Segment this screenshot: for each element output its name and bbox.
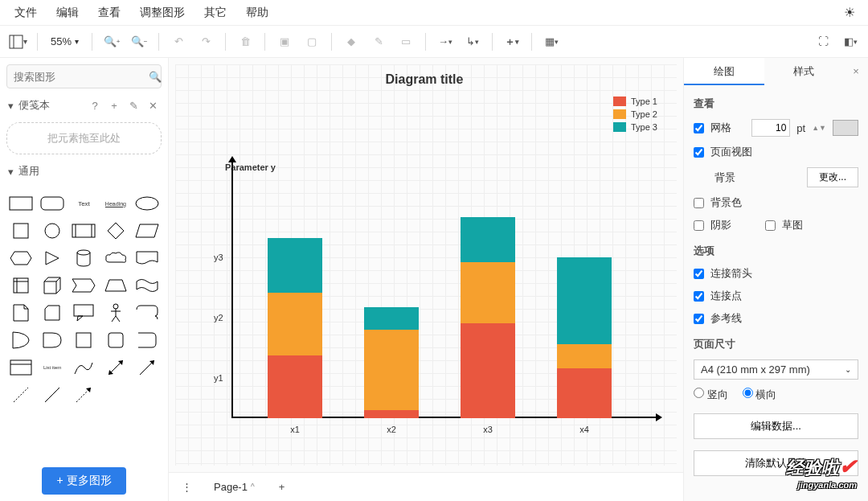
shape-list[interactable] <box>6 355 35 380</box>
to-back-icon[interactable]: ▢ <box>301 31 323 53</box>
tab-style[interactable]: 样式 <box>764 58 845 85</box>
shape-hexagon[interactable] <box>6 246 35 270</box>
shape-data-store[interactable] <box>70 328 98 352</box>
menu-edit[interactable]: 编辑 <box>48 2 87 23</box>
shape-step[interactable] <box>70 273 98 298</box>
panel-close-icon[interactable]: × <box>844 58 868 85</box>
shape-curly[interactable] <box>133 301 162 325</box>
shadow-checkbox[interactable] <box>694 220 704 231</box>
shape-heading[interactable]: Heading <box>101 191 129 216</box>
shape-internal-storage[interactable] <box>6 273 35 298</box>
shape-container[interactable] <box>101 328 129 352</box>
shape-process[interactable] <box>70 219 98 243</box>
shape-bidir-arrow[interactable] <box>101 355 129 380</box>
shape-note[interactable] <box>6 301 35 325</box>
shape-cloud[interactable] <box>101 246 129 270</box>
bar-x4[interactable]: x4 <box>557 257 612 418</box>
tab-diagram[interactable]: 绘图 <box>684 58 764 85</box>
bar-x3[interactable]: x3 <box>461 217 515 418</box>
page-tab-1[interactable]: Page-1 ^ <box>206 478 263 496</box>
shape-line[interactable] <box>38 383 66 407</box>
shape-card[interactable] <box>38 301 66 325</box>
format-panel-toggle-icon[interactable]: ◧▾ <box>839 31 862 53</box>
shape-parallelogram[interactable] <box>133 219 162 243</box>
page-view-checkbox[interactable] <box>694 147 704 158</box>
shape-cylinder[interactable] <box>70 246 98 270</box>
guides-checkbox[interactable] <box>694 314 704 324</box>
shape-text[interactable]: Text <box>70 191 98 216</box>
undo-icon[interactable]: ↶ <box>167 31 190 53</box>
sketch-checkbox[interactable] <box>765 220 776 231</box>
shape-or[interactable] <box>6 328 35 352</box>
shape-diamond[interactable] <box>101 219 129 243</box>
page-menu-icon[interactable]: ⋮ <box>175 476 198 499</box>
redo-icon[interactable]: ↷ <box>194 31 217 53</box>
shape-tape[interactable] <box>133 273 162 298</box>
search-input[interactable] <box>14 71 149 83</box>
scratchpad-header[interactable]: ▾ 便笺本 ? + ✎ ✕ <box>6 95 162 116</box>
zoom-out-icon[interactable]: 🔍− <box>128 31 150 53</box>
conn-arrows-checkbox[interactable] <box>694 269 704 279</box>
bar-x2[interactable]: x2 <box>364 307 419 418</box>
scratchpad-drop-zone[interactable]: 把元素拖至此处 <box>6 122 162 154</box>
add-page-icon[interactable]: + <box>271 476 293 499</box>
grid-checkbox[interactable] <box>694 123 704 133</box>
chart[interactable]: Diagram title Type 1 Type 2 Type 3 Param… <box>191 72 657 458</box>
shape-list-item[interactable]: List item <box>38 355 66 380</box>
delete-icon[interactable]: 🗑 <box>234 31 256 53</box>
shape-and[interactable] <box>38 328 66 352</box>
general-header[interactable]: ▾ 通用 <box>6 161 162 182</box>
shape-circle[interactable] <box>38 219 66 243</box>
connection-icon[interactable]: →▾ <box>434 31 457 53</box>
shape-document[interactable] <box>133 246 162 270</box>
shape-curve[interactable] <box>70 355 98 380</box>
orient-portrait[interactable]: 竖向 <box>694 388 728 402</box>
shape-square[interactable] <box>6 219 35 243</box>
search-icon[interactable]: 🔍 <box>149 71 162 83</box>
menu-file[interactable]: 文件 <box>6 2 45 23</box>
shape-rounded-rect[interactable] <box>38 191 66 216</box>
waypoint-icon[interactable]: ↳▾ <box>461 31 484 53</box>
shape-ellipse[interactable] <box>133 191 162 216</box>
shape-collate[interactable] <box>133 328 162 352</box>
shadow-toggle-icon[interactable]: ▭ <box>395 31 417 53</box>
shape-search[interactable]: 🔍 <box>6 64 162 88</box>
orient-landscape[interactable]: 横向 <box>743 388 777 402</box>
shape-arrow[interactable] <box>133 355 162 380</box>
grid-size-input[interactable] <box>751 119 790 137</box>
menu-extras[interactable]: 其它 <box>196 2 235 23</box>
pagesize-select[interactable]: A4 (210 mm x 297 mm)⌄ <box>694 359 858 380</box>
shape-dashed-arrow[interactable] <box>70 383 98 407</box>
shape-cube[interactable] <box>38 273 66 298</box>
menu-help[interactable]: 帮助 <box>238 2 276 23</box>
edit-icon[interactable]: ✎ <box>126 100 141 112</box>
to-front-icon[interactable]: ▣ <box>273 31 296 53</box>
shape-actor[interactable] <box>101 301 129 325</box>
close-icon[interactable]: ✕ <box>145 100 160 112</box>
conn-points-checkbox[interactable] <box>694 291 704 302</box>
insert-icon[interactable]: ＋▾ <box>501 31 523 53</box>
shape-dashed-line[interactable] <box>6 383 35 407</box>
shape-trapezoid[interactable] <box>101 273 129 298</box>
line-color-icon[interactable]: ✎ <box>367 31 390 53</box>
grid-color-swatch[interactable] <box>833 120 858 136</box>
bar-x1[interactable]: x1 <box>268 238 322 418</box>
zoom-select[interactable]: 55% ▾ <box>46 35 84 47</box>
fullscreen-icon[interactable]: ⛶ <box>812 31 834 53</box>
bg-color-checkbox[interactable] <box>694 198 704 208</box>
menu-arrange[interactable]: 调整图形 <box>132 2 193 23</box>
help-icon[interactable]: ? <box>88 100 102 112</box>
theme-toggle-icon[interactable]: ☀ <box>837 2 862 23</box>
more-shapes-button[interactable]: + 更多图形 <box>42 467 125 495</box>
shape-callout[interactable] <box>70 301 98 325</box>
fill-color-icon[interactable]: ◆ <box>340 31 362 53</box>
table-icon[interactable]: ▦▾ <box>540 31 563 53</box>
menu-view[interactable]: 查看 <box>90 2 129 23</box>
edit-data-button[interactable]: 编辑数据... <box>694 413 858 439</box>
shape-rect[interactable] <box>6 191 35 216</box>
change-bg-button[interactable]: 更改... <box>807 167 858 187</box>
shape-triangle[interactable] <box>38 246 66 270</box>
view-mode-button[interactable]: ▾ <box>6 31 29 53</box>
zoom-in-icon[interactable]: 🔍+ <box>100 31 123 53</box>
drawing-canvas[interactable]: Diagram title Type 1 Type 2 Type 3 Param… <box>175 64 677 466</box>
